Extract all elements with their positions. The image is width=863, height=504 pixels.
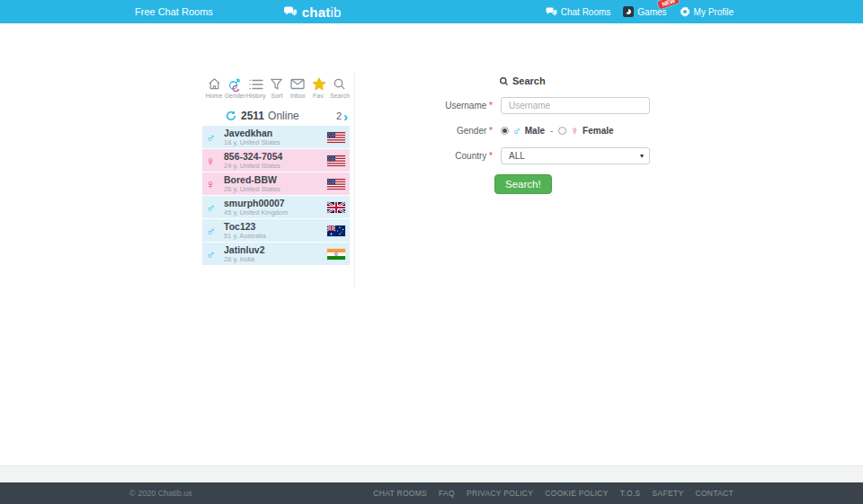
country-select[interactable]: ALL ▾ (501, 147, 650, 164)
header: Free Chat Rooms chatib Chat Rooms (0, 0, 863, 23)
funnel-icon (270, 76, 283, 92)
header-nav: Chat Rooms Games NEW (546, 6, 734, 17)
female-label: Female (583, 126, 613, 136)
male-icon: ♂ (206, 131, 224, 144)
footer-links: CHAT ROOMS FAQ PRIVACY POLICY COOKIE POL… (373, 489, 734, 498)
user-list-item[interactable]: ♂ smurph00007 45 y, United Kingdom (202, 196, 350, 218)
nav-my-profile[interactable]: My Profile (680, 6, 734, 17)
footer-container: © 2020 Chatib.us CHAT ROOMS FAQ PRIVACY … (129, 489, 734, 498)
chatib-logo[interactable]: chatib (283, 4, 342, 20)
username-label: Username * (440, 101, 493, 111)
toolbar-gender[interactable]: Gender (225, 76, 245, 99)
footer-link-privacy-policy[interactable]: PRIVACY POLICY (467, 489, 533, 498)
nav-games[interactable]: Games NEW (623, 6, 666, 17)
male-label: Male (525, 126, 545, 136)
flag-us-icon (327, 179, 345, 190)
username-input[interactable] (501, 97, 650, 114)
free-chat-rooms-link[interactable]: Free Chat Rooms (135, 6, 213, 17)
online-label: Online (268, 110, 299, 122)
search-form: Search Username * Gender * ♂ Male - ♀ Fe… (440, 75, 661, 194)
nav-chat-rooms[interactable]: Chat Rooms (546, 7, 611, 17)
toolbar-fav[interactable]: Fav. (309, 76, 329, 99)
toolbar-inbox[interactable]: Inbox (288, 76, 307, 99)
female-icon: ♀ (570, 125, 579, 137)
username: Bored-BBW (224, 175, 280, 185)
gender-options: ♂ Male - ♀ Female (501, 125, 614, 137)
gender-icon (227, 76, 242, 92)
chat-bubbles-icon (546, 7, 557, 17)
footer-strip (0, 465, 863, 482)
username: smurph00007 (224, 199, 288, 208)
footer-link-cookie-policy[interactable]: COOKIE POLICY (545, 489, 609, 498)
user-details: 24 y, United States (224, 162, 282, 170)
male-icon: ♂ (206, 225, 224, 237)
history-list-icon (249, 76, 263, 92)
user-list-item[interactable]: ♂ Jatinluv2 28 y, India (202, 243, 350, 265)
new-badge: NEW (658, 0, 681, 9)
envelope-icon (290, 76, 305, 92)
user-details: 51 y, Australia (224, 232, 266, 240)
male-icon: ♂ (206, 201, 224, 214)
footer-link-safety[interactable]: SAFETY (653, 489, 684, 498)
refresh-icon[interactable] (226, 111, 236, 121)
copyright-text: © 2020 Chatib.us (129, 489, 192, 498)
star-icon (312, 76, 326, 92)
header-container: Free Chat Rooms chatib Chat Rooms (129, 0, 734, 23)
search-icon (333, 76, 346, 92)
toolbar-search[interactable]: Search (330, 76, 350, 99)
country-row: Country * ALL ▾ (440, 147, 661, 164)
female-icon: ♀ (206, 178, 224, 190)
online-status-row: 2511 Online 2 › (202, 106, 350, 126)
footer-link-contact[interactable]: CONTACT (695, 489, 734, 498)
user-list-item[interactable]: ♀ Bored-BBW 26 y, United States (202, 172, 350, 195)
gear-icon (680, 6, 690, 17)
page-number: 2 (336, 111, 342, 121)
list-toolbar: Home Gender History (202, 73, 350, 101)
flag-uk-icon (327, 202, 345, 213)
flag-us-icon (327, 155, 345, 166)
user-list-item[interactable]: ♂ Javedkhan 18 y, United States (202, 126, 350, 148)
username-row: Username * (440, 97, 661, 114)
main-content: Home Gender History (0, 23, 863, 465)
next-page-arrow[interactable]: › (343, 110, 348, 123)
gender-row: Gender * ♂ Male - ♀ Female (440, 125, 661, 137)
username: Jatinluv2 (224, 245, 265, 255)
user-list: ♂ Javedkhan 18 y, United States ♀ 856-32… (202, 126, 350, 265)
female-radio[interactable] (558, 127, 566, 135)
country-selected-value: ALL (509, 151, 525, 161)
gender-separator: - (550, 126, 553, 136)
male-radio[interactable] (501, 127, 509, 135)
search-icon (499, 76, 509, 86)
search-submit-button[interactable]: Search! (494, 174, 552, 194)
pagination: 2 › (336, 110, 348, 123)
nav-chat-rooms-label: Chat Rooms (561, 7, 611, 17)
user-list-panel: Home Gender History (202, 73, 355, 287)
footer-link-faq[interactable]: FAQ (439, 489, 455, 498)
game-icon (623, 6, 634, 17)
username: Javedkhan (224, 128, 280, 138)
toolbar-sort[interactable]: Sort (267, 76, 287, 99)
country-label: Country * (440, 151, 493, 161)
user-details: 26 y, United States (224, 185, 280, 193)
nav-my-profile-label: My Profile (694, 7, 734, 17)
home-icon (208, 76, 221, 92)
flag-in-icon (327, 249, 345, 260)
flag-us-icon (327, 132, 345, 143)
toolbar-history[interactable]: History (246, 76, 266, 99)
user-details: 18 y, United States (224, 138, 280, 146)
toolbar-home[interactable]: Home (204, 76, 224, 99)
user-details: 28 y, India (224, 255, 265, 263)
gender-label: Gender * (440, 126, 493, 136)
user-details: 45 y, United Kingdom (224, 208, 288, 217)
search-form-title: Search (499, 75, 661, 86)
footer: © 2020 Chatib.us CHAT ROOMS FAQ PRIVACY … (0, 482, 863, 504)
flag-au-icon (327, 225, 345, 236)
footer-link-tos[interactable]: T.O.S (620, 489, 641, 498)
user-list-item[interactable]: ♀ 856-324-7054 24 y, United States (202, 149, 350, 172)
username: 856-324-7054 (224, 152, 282, 162)
logo-text: chatib (302, 4, 342, 20)
user-list-item[interactable]: ♂ Toc123 51 y, Australia (202, 219, 350, 242)
footer-link-chat-rooms[interactable]: CHAT ROOMS (373, 489, 427, 498)
chat-bubble-icon (283, 6, 298, 18)
online-count: 2511 (241, 110, 264, 122)
